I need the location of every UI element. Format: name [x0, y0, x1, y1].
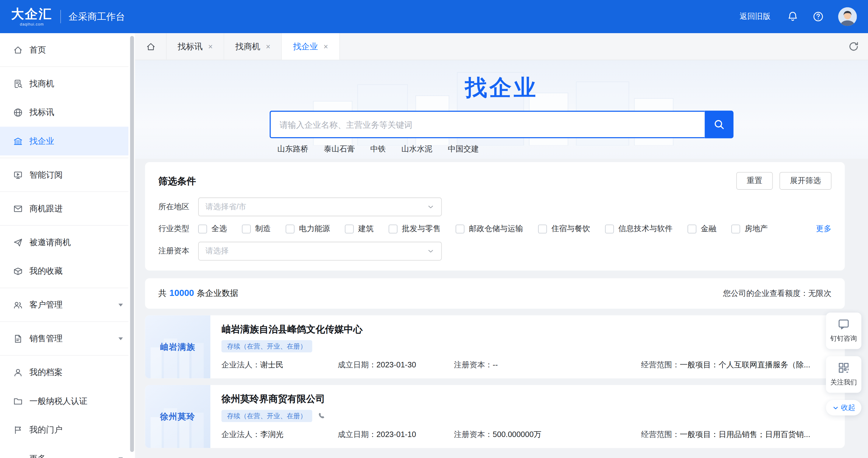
- sidebar-item-find-opportunity[interactable]: 找商机: [0, 69, 128, 98]
- checkbox[interactable]: [286, 224, 294, 233]
- industry-option[interactable]: 电力能源: [286, 224, 330, 234]
- help-icon[interactable]: [813, 11, 824, 22]
- reset-button[interactable]: 重置: [736, 172, 773, 190]
- company-card[interactable]: 徐州莫玲 徐州莫玲界商贸有限公司 存续（在营、开业、在册） 企业法人：李润光: [145, 385, 845, 448]
- industry-more-link[interactable]: 更多: [816, 224, 832, 234]
- industry-option[interactable]: 金融: [687, 224, 716, 234]
- hot-keyword[interactable]: 山水水泥: [401, 144, 432, 155]
- company-logo: 岫岩满族: [145, 315, 211, 378]
- user-avatar[interactable]: [838, 7, 857, 26]
- sidebar-item-find-company[interactable]: 找企业: [0, 127, 128, 156]
- company-name[interactable]: 岫岩满族自治县峰鸽文化传媒中心: [222, 324, 834, 336]
- expand-filters-button[interactable]: 展开筛选: [779, 172, 832, 190]
- close-icon[interactable]: ×: [266, 42, 270, 51]
- search-button[interactable]: [705, 111, 734, 138]
- checkbox[interactable]: [605, 224, 614, 233]
- refresh-icon[interactable]: [848, 41, 859, 52]
- page-title: 找企业: [135, 60, 868, 103]
- collapse-panel-button[interactable]: 收起: [826, 400, 861, 416]
- sidebar-item-customer-management[interactable]: 客户管理: [0, 290, 128, 319]
- checkbox[interactable]: [242, 224, 251, 233]
- sidebar-divider: [0, 66, 128, 67]
- app-window: 大企汇 daqihui.com 企采商工作台 返回旧版 首页 找商机: [0, 0, 868, 458]
- sidebar-item-home[interactable]: 首页: [0, 35, 128, 64]
- region-select-placeholder: 请选择省/市: [206, 202, 246, 212]
- sidebar-item-label: 更多: [29, 453, 46, 458]
- close-icon[interactable]: ×: [323, 42, 328, 51]
- header-divider: [60, 10, 61, 24]
- hot-keyword[interactable]: 中国交建: [448, 144, 479, 155]
- industry-option-label: 住宿与餐饮: [552, 224, 590, 234]
- checkbox[interactable]: [389, 224, 398, 233]
- search-input[interactable]: [270, 111, 705, 138]
- sidebar-item-my-profile[interactable]: 我的档案: [0, 358, 128, 387]
- company-logo: 徐州莫玲: [145, 385, 211, 448]
- checkbox[interactable]: [731, 224, 740, 233]
- phone-icon[interactable]: [318, 412, 326, 420]
- industry-option[interactable]: 房地产: [731, 224, 768, 234]
- registered-capital-field: 注册资本：500.000000万: [454, 429, 641, 440]
- company-logo-text: 岫岩满族: [160, 341, 195, 352]
- sidebar-item-find-tender[interactable]: 找标讯: [0, 98, 128, 127]
- industry-option[interactable]: 信息技术与软件: [605, 224, 673, 234]
- sidebar-divider: [0, 158, 128, 158]
- brand-logo[interactable]: 大企汇 daqihui.com: [11, 8, 52, 26]
- industry-option[interactable]: 批发与零售: [389, 224, 441, 234]
- sidebar-item-invited-opportunity[interactable]: 被邀请商机: [0, 228, 128, 257]
- sidebar-item-favorites[interactable]: 我的收藏: [0, 257, 128, 286]
- region-select[interactable]: 请选择省/市: [198, 197, 442, 216]
- sidebar-item-label: 智能订阅: [29, 169, 62, 180]
- bell-icon[interactable]: [787, 11, 798, 22]
- building-illustration: [145, 398, 211, 448]
- sidebar-item-smart-subscribe[interactable]: 智能订阅: [0, 160, 128, 189]
- checkbox[interactable]: [198, 224, 207, 233]
- view-quota-text: 您公司的企业查看额度：无限次: [723, 289, 832, 299]
- sidebar-item-sales-management[interactable]: 销售管理: [0, 324, 128, 353]
- tab-home[interactable]: [135, 33, 167, 60]
- company-name[interactable]: 徐州莫玲界商贸有限公司: [222, 393, 834, 405]
- industry-option[interactable]: 邮政仓储与运输: [456, 224, 523, 234]
- hot-keyword[interactable]: 中铁: [370, 144, 386, 155]
- back-to-old-version-link[interactable]: 返回旧版: [740, 11, 771, 22]
- chat-icon: [838, 318, 850, 330]
- region-label: 所在地区: [158, 202, 198, 212]
- checkbox[interactable]: [687, 224, 696, 233]
- industry-option[interactable]: 建筑: [345, 224, 374, 234]
- tab-find-company[interactable]: 找企业 ×: [282, 33, 340, 60]
- industry-option-label: 制造: [255, 224, 271, 234]
- sidebar-item-taxpayer-certification[interactable]: 一般纳税人认证: [0, 387, 128, 416]
- follow-us-button[interactable]: 关注我们: [826, 356, 861, 393]
- chevron-down-icon: [427, 247, 434, 255]
- industry-option-label: 电力能源: [299, 224, 330, 234]
- hot-keyword[interactable]: 泰山石膏: [324, 144, 355, 155]
- capital-select[interactable]: 请选择: [198, 242, 442, 261]
- sidebar-item-more[interactable]: 更多: [0, 444, 128, 458]
- sidebar-item-label: 被邀请商机: [29, 237, 71, 248]
- checkbox[interactable]: [456, 224, 464, 233]
- industry-option[interactable]: 住宿与餐饮: [538, 224, 590, 234]
- checkbox[interactable]: [345, 224, 354, 233]
- sidebar-divider: [0, 225, 128, 226]
- industry-label: 行业类型: [158, 224, 198, 234]
- tab-find-tender[interactable]: 找标讯 ×: [166, 33, 224, 60]
- tab-label: 找企业: [293, 41, 318, 52]
- industry-option-all[interactable]: 全选: [198, 224, 227, 234]
- tab-find-opportunity[interactable]: 找商机 ×: [224, 33, 282, 60]
- hot-keyword[interactable]: 山东路桥: [277, 144, 308, 155]
- sidebar-item-my-portal[interactable]: 我的门户: [0, 416, 128, 444]
- sidebar-scrollbar[interactable]: [130, 36, 134, 452]
- company-card[interactable]: 岫岩满族 岫岩满族自治县峰鸽文化传媒中心 存续（在营、开业、在册） 企业法人：谢…: [145, 315, 845, 378]
- close-icon[interactable]: ×: [208, 42, 213, 51]
- count-number: 10000: [169, 288, 194, 298]
- sidebar-divider: [0, 355, 128, 356]
- brand-logo-text: 大企汇: [11, 8, 52, 21]
- sidebar-item-opportunity-follow[interactable]: 商机跟进: [0, 194, 128, 223]
- industry-option-label: 建筑: [358, 224, 374, 234]
- checkbox[interactable]: [538, 224, 547, 233]
- filter-title: 筛选条件: [158, 174, 196, 187]
- dingtalk-consult-button[interactable]: 钉钉咨询: [826, 313, 861, 349]
- industry-option[interactable]: 制造: [242, 224, 271, 234]
- legal-person-field: 企业法人：谢士民: [222, 359, 338, 370]
- floating-side-panel: 钉钉咨询 关注我们 收起: [826, 313, 861, 416]
- search-icon: [714, 119, 725, 130]
